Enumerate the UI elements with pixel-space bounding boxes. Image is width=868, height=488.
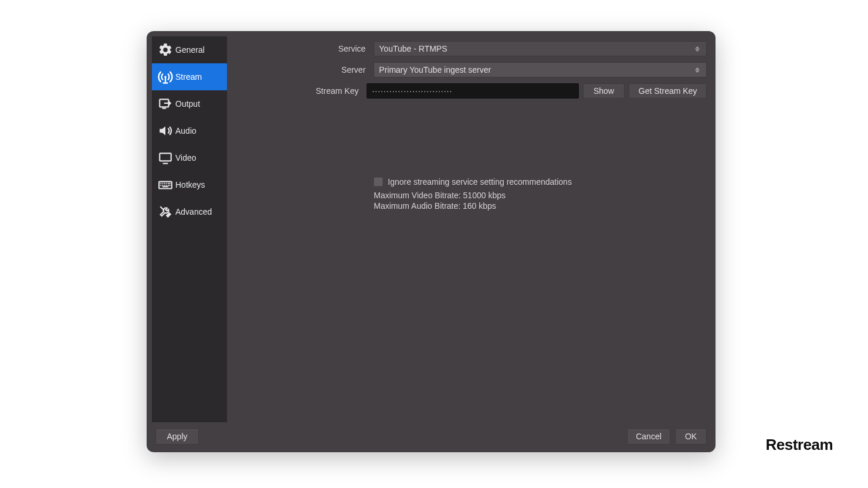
sidebar-item-output[interactable]: Output	[152, 90, 227, 117]
sidebar-item-label: Stream	[175, 72, 202, 82]
sidebar-item-advanced[interactable]: Advanced	[152, 198, 227, 225]
keyboard-icon	[155, 177, 175, 192]
speaker-icon	[155, 123, 175, 138]
apply-label: Apply	[167, 432, 187, 441]
sidebar-item-general[interactable]: General	[152, 36, 227, 63]
sidebar-item-label: Hotkeys	[175, 180, 205, 189]
service-select[interactable]: YouTube - RTMPS	[374, 41, 707, 56]
apply-button[interactable]: Apply	[155, 428, 199, 445]
sidebar-item-audio[interactable]: Audio	[152, 117, 227, 144]
gear-icon	[155, 42, 175, 57]
streamkey-label: Stream Key	[230, 86, 367, 96]
monitor-icon	[155, 150, 175, 165]
sidebar-item-hotkeys[interactable]: Hotkeys	[152, 171, 227, 198]
streamkey-value: ····························	[372, 86, 452, 96]
sidebar-item-label: Advanced	[175, 207, 212, 216]
tools-icon	[155, 204, 175, 219]
sidebar-item-label: Output	[175, 99, 200, 109]
svg-rect-2	[160, 153, 171, 161]
cancel-button[interactable]: Cancel	[627, 428, 670, 445]
service-value: YouTube - RTMPS	[379, 44, 693, 53]
server-select[interactable]: Primary YouTube ingest server	[374, 62, 707, 77]
ok-button[interactable]: OK	[675, 428, 707, 445]
show-button[interactable]: Show	[583, 83, 624, 99]
streamkey-input[interactable]: ····························	[367, 83, 578, 99]
get-stream-key-label: Get Stream Key	[639, 86, 697, 96]
output-icon	[155, 96, 175, 111]
brand-watermark: Restream	[765, 436, 833, 454]
server-value: Primary YouTube ingest server	[379, 65, 693, 74]
ok-label: OK	[685, 432, 697, 441]
show-button-label: Show	[594, 86, 614, 96]
get-stream-key-button[interactable]: Get Stream Key	[629, 83, 707, 99]
ignore-recommendations-label: Ignore streaming service setting recomme…	[388, 177, 572, 187]
service-label: Service	[230, 44, 374, 53]
cancel-label: Cancel	[636, 432, 662, 441]
settings-content: Service YouTube - RTMPS Server Primary Y…	[227, 36, 710, 422]
max-audio-bitrate: Maximum Audio Bitrate: 160 kbps	[374, 201, 707, 211]
chevron-updown-icon	[693, 66, 701, 74]
sidebar-item-label: Audio	[175, 126, 196, 135]
dialog-footer: Apply Cancel OK	[152, 422, 710, 447]
sidebar-item-label: General	[175, 45, 205, 55]
settings-window: General Stream	[147, 31, 716, 452]
settings-sidebar: General Stream	[152, 36, 227, 422]
sidebar-item-stream[interactable]: Stream	[152, 63, 227, 90]
server-label: Server	[230, 65, 374, 74]
chevron-updown-icon	[693, 45, 701, 53]
max-video-bitrate: Maximum Video Bitrate: 51000 kbps	[374, 190, 707, 201]
antenna-icon	[155, 69, 175, 85]
ignore-recommendations-checkbox[interactable]	[374, 177, 383, 187]
sidebar-item-video[interactable]: Video	[152, 144, 227, 171]
sidebar-item-label: Video	[175, 153, 196, 162]
